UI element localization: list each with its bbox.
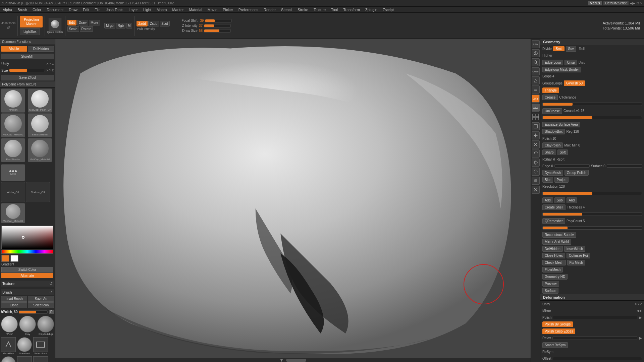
spix-button[interactable]: SPix bbox=[532, 40, 540, 48]
projection-master-button[interactable]: Projection Master bbox=[20, 16, 43, 27]
more-button[interactable]: More bbox=[89, 20, 100, 25]
alpha-dots[interactable]: Dots bbox=[1, 164, 25, 181]
suv-button[interactable]: Suv bbox=[566, 46, 576, 52]
xyz-button[interactable]: XYZ bbox=[532, 104, 540, 112]
color-picker[interactable] bbox=[1, 226, 53, 249]
edgeloop-mask-border-button[interactable]: Edgeloop Mask Border bbox=[542, 67, 581, 72]
switch-color-button[interactable]: SwitchColor bbox=[1, 267, 53, 273]
menu-preferences[interactable]: Preferences bbox=[237, 8, 260, 12]
brush-refresh-icon[interactable]: ↺ bbox=[49, 290, 53, 295]
smart-resym-button[interactable]: Smart ReSym bbox=[542, 342, 568, 348]
optimize-poi-button[interactable]: Optimize Poi bbox=[567, 253, 590, 258]
polish-crisp-edges-button[interactable]: Polish Crisp Edges bbox=[542, 328, 575, 334]
mat-metal02[interactable]: MatCap_Metal02 bbox=[1, 203, 25, 223]
edit-button[interactable]: Edit bbox=[67, 20, 76, 25]
deformation-title[interactable]: Deformation bbox=[540, 294, 644, 301]
common-functions-title[interactable]: Common Functions bbox=[0, 39, 55, 45]
insertmesh-button[interactable]: InsertMesh bbox=[564, 246, 585, 252]
menu-file[interactable]: File bbox=[93, 8, 102, 12]
menu-stencil[interactable]: Stencil bbox=[280, 8, 293, 12]
save-as-button[interactable]: Save As bbox=[28, 296, 54, 302]
menu-zplugin[interactable]: Zplugin bbox=[364, 8, 379, 12]
move-nav-button[interactable] bbox=[532, 131, 540, 139]
mat-fast[interactable]: FastShader bbox=[1, 138, 25, 162]
thickness-slider[interactable] bbox=[542, 213, 642, 216]
solo-button[interactable] bbox=[532, 177, 540, 185]
scroll-button[interactable] bbox=[532, 49, 540, 57]
uncrease-button[interactable]: UnCrease bbox=[542, 108, 562, 114]
menu-zscript[interactable]: Zscript bbox=[381, 8, 395, 12]
dynamesh-button[interactable]: DynaMesh bbox=[542, 170, 563, 176]
z-intensity-slider[interactable] bbox=[204, 24, 231, 27]
menu-material[interactable]: Material bbox=[188, 8, 204, 12]
zsub-button[interactable]: Zsub bbox=[148, 21, 159, 26]
edge-slider[interactable] bbox=[554, 164, 590, 168]
triangle-button[interactable]: Triangle bbox=[542, 87, 559, 93]
add-button[interactable]: Add bbox=[542, 197, 553, 203]
aahalf-button[interactable]: AAHalf bbox=[532, 67, 540, 75]
brush-standard[interactable] bbox=[17, 337, 32, 352]
shadowbox-button[interactable]: ShadowBox bbox=[542, 129, 565, 134]
storemt-button[interactable]: StoreMT bbox=[1, 54, 54, 59]
texture-off[interactable]: Texture_Off bbox=[26, 182, 50, 202]
gpolish-button[interactable]: GPolish 50 bbox=[564, 80, 585, 86]
zoom-button[interactable] bbox=[532, 58, 540, 66]
menu-color[interactable]: Color bbox=[31, 8, 43, 12]
viewport-canvas[interactable] bbox=[55, 39, 531, 358]
equalize-surface-button[interactable]: Equalize Surface Area bbox=[542, 122, 580, 127]
mat-hpolish[interactable]: hPolish bbox=[1, 88, 25, 113]
m-button[interactable]: M bbox=[126, 23, 132, 28]
surface-slider[interactable] bbox=[607, 164, 642, 168]
rotate-nav-button[interactable] bbox=[532, 149, 540, 158]
menu-layer[interactable]: Layer bbox=[127, 8, 139, 12]
quick-sketch-thumbnail[interactable] bbox=[49, 18, 61, 31]
brush-maskcurve[interactable] bbox=[33, 356, 48, 362]
brush-maskpen[interactable] bbox=[1, 337, 16, 352]
geometry-hd-button[interactable]: Geometry HD bbox=[542, 274, 568, 280]
scale-nav-button[interactable] bbox=[532, 140, 540, 148]
mat-pearl[interactable]: MatCap_Pearl_Cr bbox=[28, 88, 52, 113]
reconstruct-subdiv-button[interactable]: Reconstruct Subdiv bbox=[542, 232, 576, 238]
bottom-scrollbar[interactable]: ▼ bbox=[55, 358, 531, 362]
menu-texture[interactable]: Texture bbox=[312, 8, 327, 12]
claypolish-button[interactable]: ClayPolish bbox=[542, 142, 563, 148]
menu-draw[interactable]: Draw bbox=[67, 8, 79, 12]
geometry-title[interactable]: Geometry bbox=[540, 39, 644, 45]
menu-edit[interactable]: Edit bbox=[82, 8, 91, 12]
focal-shift-slider[interactable] bbox=[205, 19, 232, 22]
ctolerance-slider[interactable] bbox=[542, 103, 642, 106]
menu-brush[interactable]: Brush bbox=[16, 8, 29, 12]
menu-movie[interactable]: Movie bbox=[206, 8, 219, 12]
menu-alpha[interactable]: Alpha bbox=[1, 8, 13, 12]
scroll-thumb[interactable] bbox=[286, 359, 306, 362]
rotate-button[interactable]: Rotate bbox=[80, 26, 93, 32]
alternate-button[interactable]: Alternate bbox=[1, 273, 53, 278]
lightbox-button[interactable]: LightBox bbox=[20, 28, 40, 35]
hue-bar[interactable] bbox=[1, 250, 53, 254]
mrgb-button[interactable]: Mrgb bbox=[104, 23, 115, 28]
menu-render[interactable]: Render bbox=[262, 8, 277, 12]
visible-button[interactable]: Visible bbox=[1, 46, 27, 52]
pull-button[interactable] bbox=[532, 159, 540, 167]
group-polish-button[interactable]: Group Polish bbox=[565, 170, 589, 176]
polish-slider[interactable] bbox=[553, 316, 637, 319]
delhidden-button[interactable]: DelHidden bbox=[28, 46, 54, 52]
mat-metal05[interactable]: MatCap_Metal05 bbox=[1, 113, 25, 137]
default-zscript-button[interactable]: DefaultZScript bbox=[603, 1, 629, 5]
resolution-slider[interactable] bbox=[542, 192, 642, 195]
clone-button[interactable]: Clone bbox=[1, 302, 27, 308]
draw-size-slider[interactable] bbox=[204, 29, 231, 33]
zadd-button[interactable]: Zadd bbox=[137, 21, 148, 26]
fibermesh-button[interactable]: FiberMesh bbox=[542, 267, 563, 273]
xpose-button[interactable] bbox=[532, 186, 540, 194]
relax-slider[interactable] bbox=[552, 337, 637, 340]
brush-smooth[interactable] bbox=[1, 356, 16, 362]
delhidden-right-button[interactable]: DelHidden bbox=[542, 246, 563, 252]
size-slider[interactable] bbox=[9, 69, 45, 72]
preview-button[interactable]: Preview bbox=[542, 281, 559, 287]
save-ztool-button[interactable]: Save ZTool bbox=[1, 75, 54, 80]
menu-tool[interactable]: Tool bbox=[330, 8, 339, 12]
brush-selectrect[interactable] bbox=[33, 337, 48, 352]
check-mesh-button[interactable]: Check Mesh bbox=[542, 260, 566, 265]
mat-metal03[interactable]: MatCap_Metal03 bbox=[28, 138, 52, 162]
